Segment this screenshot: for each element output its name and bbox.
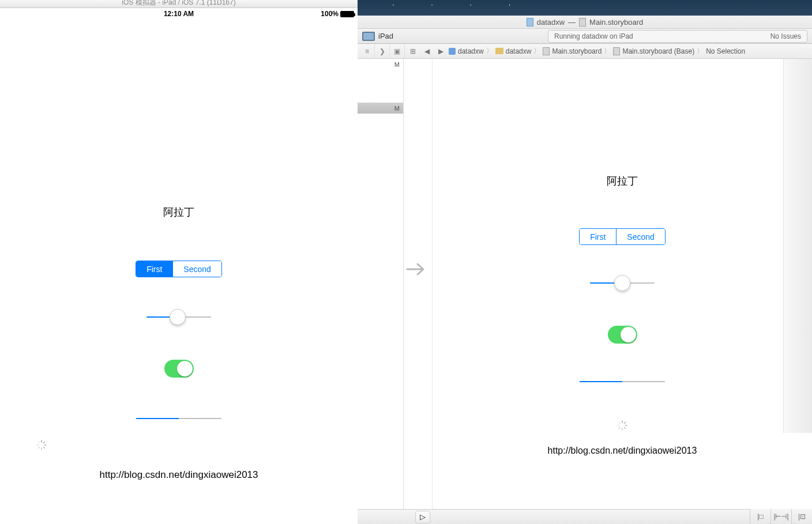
- svg-line-1: [44, 442, 45, 443]
- navigator-row[interactable]: [358, 125, 403, 135]
- progress-fill: [136, 418, 179, 419]
- storyboard-mini-icon: [543, 47, 550, 55]
- navigator-row[interactable]: M: [358, 103, 403, 114]
- jump-selection-label: No Selection: [706, 47, 745, 55]
- blog-url-label: http://blog.csdn.net/dingxiaowei2013: [99, 469, 258, 481]
- activity-viewer: Running datadxw on iPad No Issues: [548, 30, 807, 43]
- canvas-bottom-bar: ▷: [358, 509, 812, 524]
- jump-bar: ≡ ❯ ▣ ⊞ ◀ ▶ datadxw 〉 datadxw 〉 Main.sto…: [358, 44, 812, 59]
- svg-line-9: [625, 422, 626, 423]
- jump-file[interactable]: Main.storyboard: [543, 47, 602, 55]
- jump-subfile[interactable]: Main.storyboard (Base): [613, 47, 694, 55]
- sb-segment-second[interactable]: Second: [616, 229, 664, 244]
- folder-mini-icon: [495, 48, 503, 54]
- sb-slider[interactable]: [590, 275, 655, 291]
- project-mini-icon: [449, 48, 456, 55]
- jump-file-label: Main.storyboard: [552, 47, 602, 55]
- jump-group[interactable]: datadxw: [495, 47, 532, 55]
- sb-activity-indicator-icon[interactable]: [616, 420, 628, 431]
- chevron-icon: 〉: [533, 46, 540, 56]
- xcode-toolbar: iPad Running datadxw on iPad No Issues: [358, 29, 812, 44]
- activity-indicator-icon: [36, 439, 47, 451]
- layout-mode-buttons: |□ |⊢⊣| |⊡: [750, 509, 812, 524]
- sb-title-label[interactable]: 阿拉丁: [607, 174, 638, 188]
- title-project: datadxw: [537, 18, 565, 27]
- sb-blog-url-label[interactable]: http://blog.csdn.net/dingxiaowei2013: [548, 446, 697, 456]
- tag-icon[interactable]: ❯: [375, 44, 390, 59]
- sb-slider-thumb[interactable]: [614, 275, 630, 291]
- navigator-row[interactable]: [358, 114, 403, 125]
- target-device: iPad: [378, 32, 393, 40]
- pin-button[interactable]: |⊢⊣|: [770, 509, 791, 524]
- scm-badge: M: [394, 105, 400, 112]
- segment-first[interactable]: First: [136, 261, 172, 277]
- xcode-window: datadxw — Main.storyboard iPad Running d…: [358, 16, 812, 524]
- nav-back-icon[interactable]: ◀: [421, 46, 433, 56]
- grid-view-icon[interactable]: ⊞: [407, 46, 419, 56]
- title-file: Main.storyboard: [589, 18, 643, 27]
- chevron-icon: 〉: [697, 46, 704, 56]
- jump-project[interactable]: datadxw: [449, 47, 484, 55]
- project-icon: [527, 18, 533, 27]
- status-time: 12:10 AM: [164, 10, 194, 18]
- jump-project-label: datadxw: [458, 47, 484, 55]
- xcode-titlebar: datadxw — Main.storyboard: [358, 16, 812, 29]
- chevron-icon: 〉: [486, 46, 493, 56]
- battery-percent: 100%: [321, 10, 339, 18]
- progress-bar: [136, 418, 221, 419]
- align-button[interactable]: |□: [750, 509, 770, 524]
- slider-thumb[interactable]: [170, 309, 186, 325]
- nav-forward-icon[interactable]: ▶: [435, 46, 446, 56]
- navigator-row[interactable]: [358, 70, 403, 81]
- ios-simulator-window: iOS 模拟器 - iPad / iOS 7.1 (11D167) 12:10 …: [0, 0, 358, 524]
- storyboard-canvas[interactable]: 阿拉丁 First Second: [433, 59, 812, 524]
- resolve-issues-button[interactable]: |⊡: [791, 509, 812, 524]
- navigator-row[interactable]: [358, 81, 403, 92]
- segment-second[interactable]: Second: [172, 261, 221, 277]
- scheme-target[interactable]: iPad: [362, 32, 393, 41]
- svg-line-15: [619, 422, 620, 423]
- sb-switch[interactable]: [608, 326, 637, 344]
- switch-control[interactable]: [164, 360, 194, 378]
- jump-group-label: datadxw: [506, 47, 532, 55]
- storyboard-icon: [579, 18, 586, 27]
- sb-segmented-control[interactable]: First Second: [579, 228, 666, 245]
- segmented-control[interactable]: First Second: [136, 261, 222, 277]
- scm-badge: M: [394, 61, 400, 68]
- jump-subfile-label: Main.storyboard (Base): [622, 47, 694, 55]
- svg-line-5: [38, 447, 39, 448]
- simulator-title: iOS 模拟器 - iPad / iOS 7.1 (11D167): [122, 0, 235, 6]
- battery-icon: [340, 11, 354, 17]
- chevron-icon: 〉: [604, 46, 611, 56]
- simulator-titlebar: iOS 模拟器 - iPad / iOS 7.1 (11D167): [0, 0, 358, 8]
- svg-line-7: [38, 442, 39, 443]
- sb-progress[interactable]: [580, 381, 665, 382]
- scene-edge-shadow: [783, 59, 812, 433]
- view-controller-scene[interactable]: 阿拉丁 First Second: [433, 59, 812, 456]
- comment-icon[interactable]: ▣: [390, 44, 405, 59]
- jump-selection[interactable]: No Selection: [706, 47, 745, 55]
- svg-line-3: [44, 447, 45, 448]
- project-navigator[interactable]: M M: [358, 59, 404, 524]
- battery-indicator: 100%: [321, 10, 354, 18]
- document-outline-area: [404, 59, 433, 524]
- desktop-background: [358, 0, 812, 16]
- xcode-editor-body: M M 阿拉丁 First Second: [358, 59, 812, 524]
- svg-line-11: [625, 428, 626, 429]
- slider-control[interactable]: [146, 309, 211, 325]
- initial-vc-arrow-icon: [406, 261, 429, 278]
- title-label: 阿拉丁: [163, 205, 194, 219]
- toggle-outline-button[interactable]: ▷: [415, 511, 430, 523]
- issues-text: No Issues: [770, 32, 801, 40]
- sb-segment-first[interactable]: First: [580, 229, 616, 244]
- title-sep: —: [568, 18, 576, 27]
- related-items-icon[interactable]: ≡: [360, 44, 375, 59]
- navigator-row[interactable]: [358, 92, 403, 103]
- svg-line-13: [619, 428, 620, 429]
- navigator-row[interactable]: M: [358, 59, 403, 70]
- storyboard-mini-icon: [613, 47, 620, 55]
- status-bar: 12:10 AM 100%: [0, 8, 358, 20]
- activity-text: Running datadxw on iPad: [554, 32, 633, 40]
- sb-progress-fill: [580, 381, 622, 382]
- ipad-icon: [362, 32, 375, 41]
